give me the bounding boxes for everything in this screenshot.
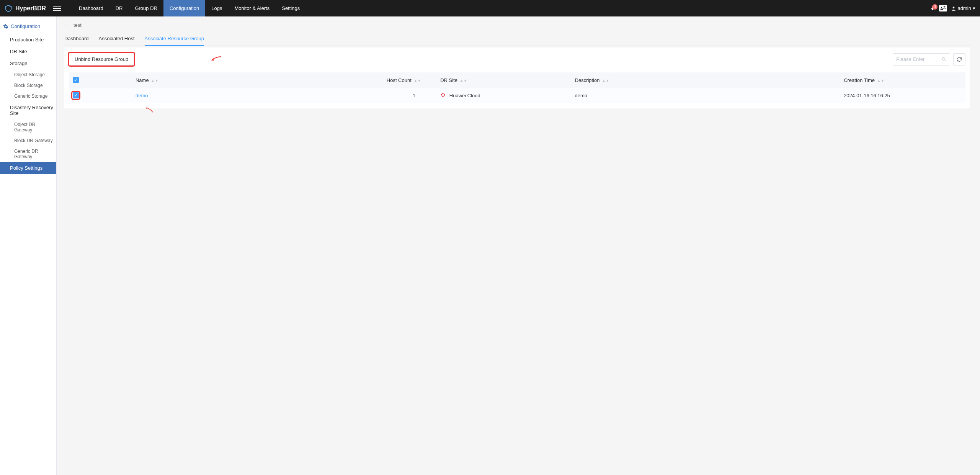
tabs: Dashboard Associated Host Associate Reso… [64, 32, 970, 46]
svg-point-1 [10, 7, 11, 7]
page-title: test [74, 22, 82, 28]
nav-group-dr[interactable]: Group DR [129, 0, 163, 16]
nav-dashboard[interactable]: Dashboard [73, 0, 109, 16]
svg-point-0 [10, 6, 10, 7]
toolbar: Unbind Resource Group [69, 53, 965, 66]
panel: Unbind Resource Group [64, 48, 970, 108]
locale-badge: A文 [939, 5, 947, 12]
th-name[interactable]: Name [136, 77, 149, 83]
row-description: demo [575, 93, 588, 98]
sort-icon[interactable]: ▲▼ [602, 80, 609, 82]
svg-point-2 [952, 7, 954, 8]
top-nav: HyperBDR Dashboard DR Group DR Configura… [0, 0, 980, 16]
tab-dashboard[interactable]: Dashboard [64, 32, 89, 46]
notification-badge: 0 [932, 4, 938, 10]
chevron-down-icon: ▾ [973, 5, 975, 11]
th-dr-site[interactable]: DR Site [440, 77, 457, 83]
sort-icon[interactable]: ▲▼ [151, 80, 158, 82]
sort-icon[interactable]: ▲▼ [460, 80, 467, 82]
refresh-button[interactable] [953, 53, 965, 66]
tab-associated-host[interactable]: Associated Host [99, 32, 135, 46]
resource-group-table: ✓ Name ▲▼ Host Count ▲▼ DR Sit [69, 72, 965, 103]
th-description[interactable]: Description [575, 77, 600, 83]
back-arrow-icon[interactable]: ← [64, 22, 70, 28]
sidebar-title: Configuration [11, 23, 40, 29]
nav-settings[interactable]: Settings [276, 0, 306, 16]
sidebar-item-disaster-recovery-site[interactable]: Disastery Recovery Site [0, 102, 56, 119]
huawei-cloud-icon [440, 93, 447, 98]
user-name: admin [958, 5, 971, 11]
sidebar-sub-block-dr-gateway[interactable]: Block DR Gateway [0, 135, 56, 146]
sidebar-item-dr-site[interactable]: DR Site [0, 46, 56, 57]
sidebar-sub-generic-dr-gateway[interactable]: Generic DR Gateway [0, 146, 56, 162]
row-checkbox[interactable]: ✓ [73, 92, 79, 98]
sort-icon[interactable]: ▲▼ [413, 80, 421, 82]
locale-button[interactable]: A文 [939, 5, 947, 12]
annotation-arrow-icon [141, 103, 156, 118]
sidebar-sub-object-storage[interactable]: Object Storage [0, 69, 56, 80]
nav-configuration[interactable]: Configuration [163, 0, 205, 16]
row-dr-site: Huawei Cloud [449, 93, 480, 98]
sidebar-sub-object-dr-gateway[interactable]: Object DR Gateway [0, 119, 56, 135]
user-icon [951, 6, 956, 11]
sidebar: Configuration Production Site DR Site St… [0, 16, 57, 475]
gear-icon [3, 24, 8, 29]
th-host-count[interactable]: Host Count [387, 77, 412, 83]
annotation-arrow-icon [211, 54, 222, 64]
sort-icon[interactable]: ▲▼ [877, 80, 885, 82]
nav-items: Dashboard DR Group DR Configuration Logs… [73, 0, 306, 16]
svg-line-4 [945, 60, 946, 61]
nav-monitor-alerts[interactable]: Monitor & Alerts [228, 0, 276, 16]
sidebar-item-storage[interactable]: Storage [0, 57, 56, 69]
content: ← test Dashboard Associated Host Associa… [57, 16, 980, 475]
row-name-link[interactable]: demo [136, 93, 148, 98]
brand-text: HyperBDR [15, 5, 46, 12]
user-menu[interactable]: admin ▾ [951, 5, 975, 11]
svg-point-3 [942, 57, 945, 60]
sidebar-header: Configuration [0, 20, 56, 34]
unbind-resource-group-button[interactable]: Unbind Resource Group [69, 53, 134, 66]
nav-right: 0 A文 admin ▾ [930, 5, 975, 12]
table-row[interactable]: ✓ demo 1 [69, 88, 965, 103]
select-all-checkbox[interactable]: ✓ [73, 77, 79, 83]
menu-toggle-icon[interactable] [53, 6, 61, 11]
row-creation-time: 2024-01-16 16:16:25 [844, 93, 890, 98]
sidebar-item-production-site[interactable]: Production Site [0, 34, 56, 46]
row-host-count: 1 [413, 93, 415, 98]
brand[interactable]: HyperBDR [5, 4, 46, 13]
sidebar-sub-block-storage[interactable]: Block Storage [0, 80, 56, 91]
breadcrumb: ← test [64, 22, 970, 28]
search-input[interactable] [896, 56, 941, 62]
search-icon [941, 57, 947, 62]
th-creation-time[interactable]: Creation Time [844, 77, 875, 83]
nav-dr[interactable]: DR [109, 0, 129, 16]
tab-associate-resource-group[interactable]: Associate Resource Group [145, 32, 204, 46]
sidebar-sub-generic-storage[interactable]: Generic Storage [0, 91, 56, 102]
nav-logs[interactable]: Logs [205, 0, 228, 16]
table-wrap: ✓ Name ▲▼ Host Count ▲▼ DR Sit [69, 72, 965, 103]
sidebar-item-policy-settings[interactable]: Policy Settings [0, 162, 56, 174]
search-input-wrap[interactable] [893, 53, 950, 66]
notification-button[interactable]: 0 [930, 6, 935, 11]
shield-icon [5, 4, 12, 13]
refresh-icon [957, 57, 962, 62]
